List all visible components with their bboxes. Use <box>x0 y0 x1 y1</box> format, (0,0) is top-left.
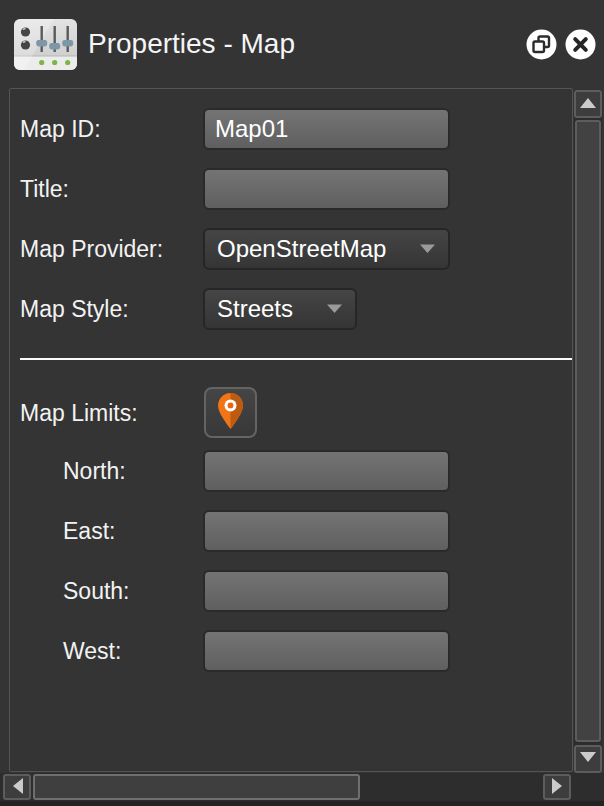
arrow-left-icon <box>11 776 24 799</box>
east-label: East: <box>63 510 115 552</box>
close-button[interactable] <box>565 29 596 60</box>
map-provider-label: Map Provider: <box>20 228 163 270</box>
arrow-right-icon <box>551 776 564 799</box>
map-provider-dropdown[interactable]: OpenStreetMap <box>203 228 450 270</box>
map-style-value: Streets <box>217 295 293 323</box>
scroll-right-button[interactable] <box>543 774 571 800</box>
arrow-down-icon <box>578 751 598 767</box>
scroll-left-button[interactable] <box>3 774 31 800</box>
horizontal-scrollbar-thumb[interactable] <box>33 774 360 800</box>
north-input[interactable] <box>203 450 450 492</box>
east-input[interactable] <box>203 510 450 552</box>
map-style-label: Map Style: <box>20 288 129 330</box>
vertical-scrollbar-thumb[interactable] <box>575 120 601 742</box>
panel-title: Properties - Map <box>88 0 295 88</box>
title-label: Title: <box>20 168 69 210</box>
arrow-up-icon <box>578 96 598 112</box>
properties-map-panel: Properties - Map Map ID: Title: Map Pro <box>0 0 604 806</box>
float-window-button[interactable] <box>526 29 557 60</box>
title-input[interactable] <box>203 168 450 210</box>
section-divider <box>20 358 572 360</box>
map-id-label: Map ID: <box>20 108 101 150</box>
map-limits-label: Map Limits: <box>20 392 138 434</box>
map-limits-pick-button[interactable] <box>204 387 257 438</box>
scrollbar-corner <box>573 773 604 801</box>
north-label: North: <box>63 450 126 492</box>
window-bottom-edge <box>0 801 604 806</box>
chevron-down-icon <box>326 300 343 318</box>
west-input[interactable] <box>203 630 450 672</box>
titlebar: Properties - Map <box>0 0 604 88</box>
properties-sliders-icon <box>14 19 77 70</box>
map-pin-icon <box>216 392 245 433</box>
scroll-up-button[interactable] <box>574 90 602 118</box>
chevron-down-icon <box>419 240 436 258</box>
map-provider-value: OpenStreetMap <box>217 235 386 263</box>
scroll-down-button[interactable] <box>574 745 602 773</box>
west-label: West: <box>63 630 121 672</box>
south-label: South: <box>63 570 130 612</box>
map-style-dropdown[interactable]: Streets <box>203 288 357 330</box>
map-id-input[interactable] <box>203 108 450 150</box>
south-input[interactable] <box>203 570 450 612</box>
